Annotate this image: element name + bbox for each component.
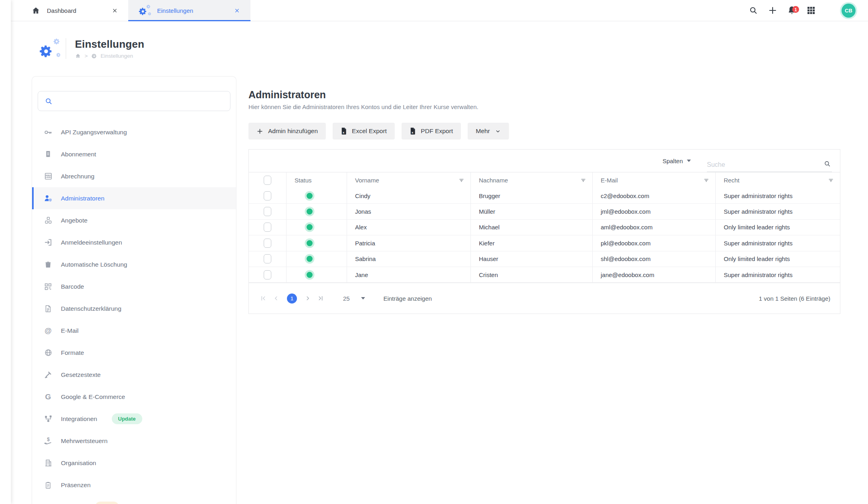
excel-export-button[interactable]: Excel Export	[333, 123, 395, 140]
chevron-down-icon	[687, 160, 691, 162]
chevron-down-icon	[495, 128, 501, 134]
select-all-checkbox[interactable]	[264, 176, 271, 185]
cell-recht: Only limited leader rights	[715, 220, 840, 235]
row-checkbox[interactable]	[264, 239, 271, 248]
qrcode-icon	[43, 282, 53, 291]
row-checkbox[interactable]	[264, 270, 271, 279]
sidebar-item-automatische-loeschung[interactable]: Automatische Löschung	[32, 253, 236, 275]
collapsed-nav-rail[interactable]	[0, 0, 11, 504]
sidebar-item-organisation[interactable]: Organisation	[32, 452, 236, 474]
cell-vorname: Jonas	[347, 204, 470, 219]
search-icon[interactable]	[744, 6, 763, 15]
filter-icon[interactable]	[458, 177, 465, 184]
table-row[interactable]: Patricia Kiefer pkl@edoobox.com Super ad…	[249, 235, 840, 251]
row-checkbox[interactable]	[264, 191, 271, 200]
lock-icon	[43, 503, 53, 504]
sidebar-item-api-zugangsverwaltung[interactable]: API Zugangsverwaltung	[32, 121, 236, 143]
chevron-down-icon	[361, 297, 365, 300]
cell-email: jane@edoobox.com	[592, 267, 715, 282]
add-icon[interactable]	[763, 6, 782, 15]
home-icon[interactable]	[75, 53, 81, 59]
status-active-dot	[307, 272, 313, 278]
sidebar-item-praesenzen[interactable]: Präsenzen	[32, 474, 236, 496]
sidebar-item-mehrwertsteuern[interactable]: Mehrwertsteuern	[32, 430, 236, 452]
divider	[66, 38, 66, 59]
table-header-row: Status Vorname Nachname E-Mail Recht	[249, 172, 840, 188]
breadcrumb: > Einstellungen	[75, 53, 144, 59]
table-toolbar: Spalten	[249, 150, 840, 172]
cell-vorname: Cindy	[347, 188, 470, 203]
column-header-vorname[interactable]: Vorname	[347, 172, 470, 188]
sidebar-item-abrechnung[interactable]: Abrechnung	[32, 165, 236, 187]
beta-badge: Beta	[95, 502, 119, 504]
sidebar-item-email[interactable]: E-Mail	[32, 320, 236, 342]
pager: 1	[258, 293, 325, 304]
sidebar-item-rechte[interactable]: RechteBeta	[32, 496, 236, 504]
row-checkbox[interactable]	[264, 223, 271, 232]
next-page-icon[interactable]	[303, 293, 313, 303]
page-title: Einstellungen	[75, 38, 144, 51]
current-page-button[interactable]: 1	[287, 293, 297, 304]
cell-nachname: Kiefer	[470, 235, 592, 251]
table-row[interactable]: Cindy Brugger c2@edoobox.com Super admin…	[249, 188, 840, 204]
receipt-icon	[43, 150, 53, 159]
tab-dashboard[interactable]: Dashboard	[21, 0, 128, 21]
table-row[interactable]: Jonas Müller jml@edoobox.com Super admin…	[249, 204, 840, 219]
at-icon	[43, 326, 53, 336]
cell-nachname: Brugger	[470, 188, 592, 203]
close-icon[interactable]	[234, 8, 240, 14]
row-checkbox[interactable]	[264, 207, 271, 216]
sidebar-item-google-ecommerce[interactable]: Google & E-Commerce	[32, 386, 236, 408]
table-row[interactable]: Alex Michael aml@edoobox.com Only limite…	[249, 220, 840, 235]
row-checkbox[interactable]	[264, 254, 271, 263]
previous-page-icon[interactable]	[271, 293, 281, 303]
page-header: Einstellungen > Einstellungen	[38, 37, 144, 60]
last-page-icon[interactable]	[316, 293, 325, 303]
column-header-email[interactable]: E-Mail	[592, 172, 715, 188]
filter-icon[interactable]	[580, 177, 587, 184]
sidebar-item-anmeldeeinstellungen[interactable]: Anmeldeeinstellungen	[32, 231, 236, 253]
columns-dropdown[interactable]: Spalten	[662, 158, 691, 164]
cell-recht: Super administrator rights	[715, 235, 840, 251]
column-header-recht[interactable]: Recht	[715, 172, 840, 188]
sidebar-item-abonnement[interactable]: Abonnement	[32, 143, 236, 165]
add-admin-button[interactable]: Admin hinzufügen	[248, 123, 326, 140]
column-header-nachname[interactable]: Nachname	[470, 172, 592, 188]
gear-icon	[91, 53, 97, 59]
cell-vorname: Patricia	[347, 235, 470, 251]
sidebar-item-administratoren[interactable]: Administratoren	[32, 187, 236, 209]
search-icon[interactable]	[824, 160, 831, 168]
gavel-icon	[43, 370, 53, 379]
hand-dollar-icon	[43, 436, 53, 446]
filter-icon[interactable]	[828, 177, 834, 184]
filter-icon[interactable]	[703, 177, 710, 184]
sidebar-item-angebote[interactable]: Angebote	[32, 209, 236, 231]
sidebar-item-integrationen[interactable]: IntegrationenUpdate	[32, 408, 236, 430]
status-active-dot	[307, 193, 313, 199]
close-icon[interactable]	[112, 8, 118, 14]
table-row[interactable]: Sabrina Hauser shl@edoobox.com Only limi…	[249, 251, 840, 267]
home-icon	[31, 6, 40, 15]
update-badge: Update	[112, 413, 142, 424]
admins-table: Spalten Status Vorname Nachname E-Mail R…	[248, 149, 840, 314]
status-active-dot	[307, 240, 313, 246]
excel-file-icon	[341, 127, 347, 135]
page-size-dropdown[interactable]: 25	[343, 295, 365, 302]
sidebar-item-barcode[interactable]: Barcode	[32, 275, 236, 298]
sidebar-item-datenschutzerklaerung[interactable]: Datenschutzerklärung	[32, 298, 236, 320]
sidebar-item-gesetzestexte[interactable]: Gesetzestexte	[32, 364, 236, 386]
user-shield-icon	[43, 193, 53, 203]
sidebar-item-formate[interactable]: Formate	[32, 342, 236, 364]
table-row[interactable]: Jane Cristen jane@edoobox.com Super admi…	[249, 267, 840, 283]
first-page-icon[interactable]	[258, 293, 268, 303]
notifications-bell-icon[interactable]: 1	[782, 5, 801, 16]
pdf-export-button[interactable]: PDF Export	[402, 123, 461, 140]
apps-grid-icon[interactable]	[801, 6, 821, 15]
cell-recht: Super administrator rights	[715, 188, 840, 203]
tab-einstellungen[interactable]: Einstellungen	[128, 0, 250, 21]
table-search-input[interactable]	[707, 161, 820, 168]
column-header-status[interactable]: Status	[286, 172, 347, 188]
more-button[interactable]: Mehr	[468, 123, 509, 140]
user-avatar[interactable]: CB	[842, 4, 856, 18]
sidebar-search-input[interactable]	[58, 91, 230, 111]
